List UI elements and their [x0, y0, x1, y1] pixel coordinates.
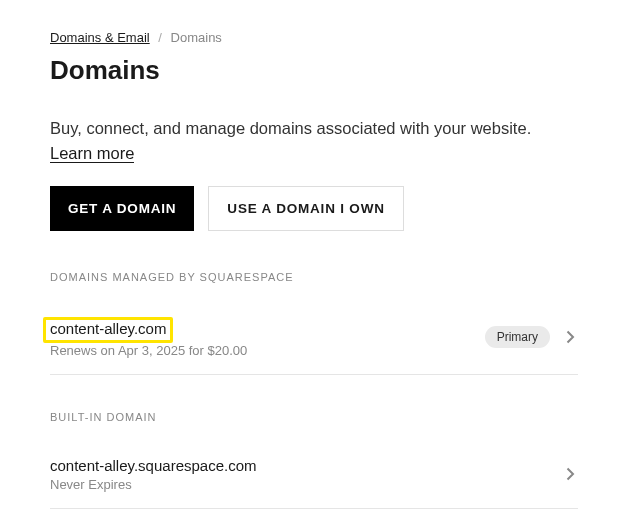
domain-info: content-alley.squarespace.com Never Expi…	[50, 457, 562, 492]
domain-sub: Renews on Apr 3, 2025 for $20.00	[50, 343, 485, 358]
action-buttons: GET A DOMAIN USE A DOMAIN I OWN	[50, 186, 578, 231]
domain-name-wrapper: content-alley.com	[50, 317, 485, 343]
domain-name: content-alley.squarespace.com	[50, 457, 562, 474]
domain-info: content-alley.com Renews on Apr 3, 2025 …	[50, 317, 485, 358]
chevron-right-icon	[562, 329, 578, 345]
breadcrumb-root-link[interactable]: Domains & Email	[50, 30, 150, 45]
builtin-domain-row[interactable]: content-alley.squarespace.com Never Expi…	[50, 443, 578, 509]
breadcrumb-separator: /	[158, 30, 162, 45]
highlight-annotation: content-alley.com	[43, 317, 173, 343]
primary-badge: Primary	[485, 326, 550, 348]
get-domain-button[interactable]: GET A DOMAIN	[50, 186, 194, 231]
page-title: Domains	[50, 55, 578, 86]
domain-name: content-alley.com	[50, 320, 166, 337]
domain-right	[562, 466, 578, 482]
breadcrumb-current: Domains	[171, 30, 222, 45]
domain-right: Primary	[485, 326, 578, 348]
managed-domain-row[interactable]: content-alley.com Renews on Apr 3, 2025 …	[50, 303, 578, 375]
description-text: Buy, connect, and manage domains associa…	[50, 119, 531, 137]
chevron-right-icon	[562, 466, 578, 482]
learn-more-link[interactable]: Learn more	[50, 144, 134, 163]
domain-sub: Never Expires	[50, 477, 562, 492]
managed-section-label: DOMAINS MANAGED BY SQUARESPACE	[50, 271, 578, 283]
page-description: Buy, connect, and manage domains associa…	[50, 116, 578, 166]
builtin-section-label: BUILT-IN DOMAIN	[50, 411, 578, 423]
breadcrumb: Domains & Email / Domains	[50, 30, 578, 45]
use-domain-button[interactable]: USE A DOMAIN I OWN	[208, 186, 403, 231]
